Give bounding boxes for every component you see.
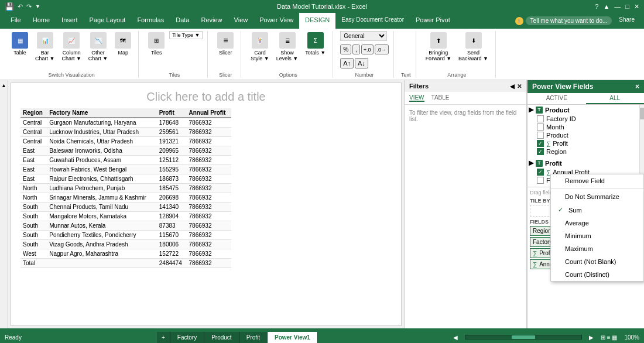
field-annual-profit-check[interactable]: ✓: [537, 169, 544, 176]
field-profit-check[interactable]: ✓: [537, 140, 544, 147]
increase-font-button[interactable]: A↑: [340, 58, 354, 68]
tab-insert[interactable]: Insert: [56, 13, 84, 29]
tab-file[interactable]: File: [5, 13, 27, 29]
canvas-title-placeholder[interactable]: Click here to add a title: [11, 90, 401, 104]
tab-easy-doc[interactable]: Easy Document Creator: [335, 13, 410, 29]
redo-icon[interactable]: ↷: [26, 3, 32, 11]
pv-tab-all[interactable]: ALL: [586, 93, 645, 104]
tab-home[interactable]: Home: [27, 13, 56, 29]
totals-button[interactable]: Σ Totals ▼: [303, 31, 328, 57]
field-region[interactable]: ✓ Region: [527, 148, 644, 156]
tab-page-layout[interactable]: Page Layout: [84, 13, 132, 29]
table-cell: 191321: [157, 137, 187, 146]
table-cell: Central: [20, 128, 47, 137]
field-group-product-header[interactable]: ▶ T Product: [527, 105, 644, 115]
slicer-button[interactable]: ≡ Slicer: [215, 31, 236, 57]
undo-icon[interactable]: ↶: [18, 3, 23, 11]
comma-button[interactable]: ,: [352, 44, 360, 54]
restore-icon[interactable]: □: [625, 3, 629, 11]
field-factory-id[interactable]: Factory ID: [527, 115, 644, 123]
scroll-left-icon[interactable]: ◀: [453, 334, 458, 341]
bring-forward-button[interactable]: ⬆ BringingForward ▼: [423, 31, 454, 63]
scroll-bar[interactable]: [465, 335, 582, 339]
field-month[interactable]: Month: [527, 123, 644, 131]
map-button[interactable]: 🗺 Map: [112, 31, 133, 57]
tiles-button[interactable]: ⊞ Tiles: [146, 31, 167, 57]
ctx-no-summarize[interactable]: Do Not Summarize: [551, 190, 643, 203]
tab-formulas[interactable]: Formulas: [131, 13, 170, 29]
minimize-icon[interactable]: —: [614, 3, 621, 11]
field-group-profit-header[interactable]: ▶ T Profit: [527, 158, 644, 168]
table-button[interactable]: ▦ Table: [9, 31, 30, 57]
tab-power-view[interactable]: Power View: [254, 13, 299, 29]
pv-tab-active[interactable]: ACTIVE: [527, 93, 586, 104]
filters-collapse-icon[interactable]: ◀: [510, 83, 515, 90]
customize-icon[interactable]: ▼: [35, 4, 40, 9]
tell-me-input[interactable]: Tell me what you want to do...: [526, 16, 612, 25]
ctx-minimum[interactable]: Minimum: [551, 229, 643, 242]
ctx-average[interactable]: Average: [551, 217, 643, 229]
field-factory-id-check[interactable]: [537, 115, 544, 122]
share-button[interactable]: Share: [614, 13, 639, 29]
sheet-tab-power-view1[interactable]: Power View1: [268, 332, 318, 343]
tab-data[interactable]: Data: [170, 13, 195, 29]
filters-close-icon[interactable]: ✕: [517, 83, 522, 90]
field-month-check[interactable]: [537, 124, 544, 131]
column-chart-button[interactable]: 📈 ColumnChart ▼: [59, 31, 83, 63]
ctx-count-distinct[interactable]: Count (Distinct): [551, 268, 643, 281]
profit-group-label: Profit: [545, 160, 562, 167]
ctx-sum[interactable]: Sum: [551, 203, 643, 217]
send-backward-button[interactable]: ⬇ SendBackward ▼: [456, 31, 491, 63]
help-icon[interactable]: ?: [595, 3, 598, 11]
ribbon-toggle-icon[interactable]: ▲: [603, 3, 609, 11]
slicer-label: Slicer: [219, 72, 232, 78]
decrease-font-button[interactable]: A↓: [355, 58, 368, 68]
pv-fields-title: Power View Fields: [532, 83, 593, 91]
table-cell: Baleswar Ironworks, Odisha: [47, 146, 157, 156]
card-style-button[interactable]: 🃏 CardStyle ▼: [248, 31, 271, 63]
table-cell: North: [20, 184, 47, 193]
pv-fields-close-icon[interactable]: ×: [635, 83, 639, 91]
increase-decimal-button[interactable]: +.0: [361, 44, 374, 54]
field-profit[interactable]: ✓ ∑ Profit: [527, 139, 644, 148]
field-product[interactable]: Product: [527, 131, 644, 139]
decrease-decimal-button[interactable]: .0→: [375, 44, 389, 54]
sheet-tab-factory[interactable]: Factory: [170, 332, 204, 343]
filters-panel: Filters ◀ ✕ VIEW TABLE To filter the vie…: [404, 80, 527, 328]
tab-view[interactable]: View: [228, 13, 254, 29]
pv-tabs: ACTIVE ALL: [527, 93, 644, 105]
slicer-group: ≡ Slicer Slicer: [210, 31, 241, 78]
table-cell: Central: [20, 118, 47, 128]
new-sheet-button[interactable]: +: [157, 332, 170, 343]
table-row: CentralNoida Chemicals, Uttar Pradesh191…: [20, 137, 231, 146]
filters-tab-view[interactable]: VIEW: [409, 94, 424, 102]
bar-chart-button[interactable]: 📊 BarChart ▼: [33, 31, 57, 63]
up-scroll-icon[interactable]: ▲: [1, 83, 6, 88]
sheet-tab-profit[interactable]: Profit: [239, 332, 268, 343]
ctx-remove-field[interactable]: Remove Field: [551, 174, 643, 187]
field-region-check[interactable]: ✓: [537, 148, 544, 155]
show-levels-button[interactable]: ≣ ShowLevels ▼: [274, 31, 300, 63]
tab-review[interactable]: Review: [195, 13, 228, 29]
scroll-thumb[interactable]: [512, 335, 535, 339]
number-format-select[interactable]: General: [340, 31, 387, 41]
tab-power-pivot[interactable]: Power Pivot: [410, 13, 456, 29]
field-profit-factory-id-check[interactable]: [537, 177, 544, 184]
table-cell: Howrah Fabrics, West Bengal: [47, 165, 157, 174]
field-list-scroll-thumb[interactable]: [640, 108, 644, 119]
filters-tab-table[interactable]: TABLE: [431, 94, 450, 102]
tile-type-button[interactable]: TileType ▼: [169, 31, 203, 39]
percent-button[interactable]: %: [340, 44, 351, 54]
other-chart-button[interactable]: 📉 OtherChart ▼: [86, 31, 110, 63]
field-product-check[interactable]: [537, 132, 544, 139]
sheet-tab-product[interactable]: Product: [204, 332, 239, 343]
save-icon[interactable]: 💾: [5, 2, 14, 11]
ctx-count-not-blank[interactable]: Count (Not Blank): [551, 255, 643, 268]
close-icon[interactable]: ✕: [634, 3, 639, 11]
ctx-maximum[interactable]: Maximum: [551, 242, 643, 255]
table-cell: Gurgaon Manufacturing, Haryana: [47, 118, 157, 128]
tab-design[interactable]: DESIGN: [299, 13, 335, 29]
table-cell: Chennai Products, Tamil Nadu: [47, 203, 157, 212]
table-cell: 7866932: [187, 249, 231, 259]
scroll-right-icon[interactable]: ▶: [589, 334, 594, 341]
